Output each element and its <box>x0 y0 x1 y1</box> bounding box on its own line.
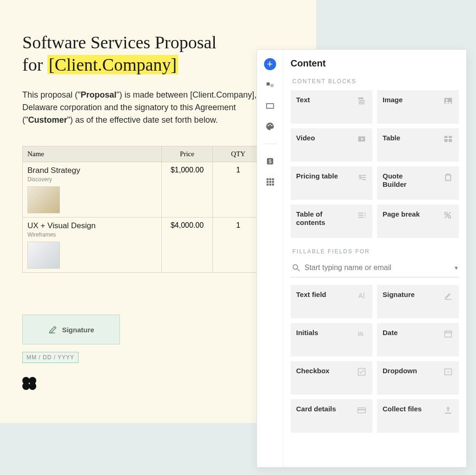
fillable-field-collect-files[interactable]: Collect files <box>377 399 459 433</box>
svg-point-31 <box>364 212 365 213</box>
text-icon <box>357 96 367 106</box>
signature-icon <box>48 324 58 335</box>
block-label: Checkbox <box>296 367 330 375</box>
item-price: $1,000.00 <box>162 162 213 218</box>
table-header-row: Name Price QTY <box>23 146 264 162</box>
content-block-pricing-table[interactable]: Pricing table$ <box>291 166 372 200</box>
brand-logo-icon <box>22 377 39 390</box>
svg-rect-1 <box>270 84 273 87</box>
block-label: Dropdown <box>383 367 417 375</box>
svg-point-37 <box>293 264 298 269</box>
svg-rect-9 <box>269 178 271 180</box>
block-label: Pricing table <box>296 172 338 180</box>
panel-rail: + $ <box>257 50 283 467</box>
item-name: Brand Strategy <box>27 166 157 175</box>
title-merge-token[interactable]: [Client.Company] <box>47 55 178 74</box>
pricing-table[interactable]: Name Price QTY Brand Strategy Discovery … <box>22 146 264 273</box>
signature-icon <box>443 290 453 301</box>
content-block-quote-builder[interactable]: Quote Builder <box>377 166 459 200</box>
svg-rect-11 <box>266 181 268 183</box>
table-row[interactable]: UX + Visual Design Wireframes $4,000.00 … <box>23 218 264 273</box>
block-label: Page break <box>383 210 420 218</box>
fillable-field-date[interactable]: Date <box>377 323 459 356</box>
search-icon <box>291 263 301 272</box>
svg-point-32 <box>364 215 365 216</box>
content-block-video[interactable]: Video <box>291 128 372 162</box>
signature-field[interactable]: Signature <box>22 315 120 344</box>
recipients-icon[interactable] <box>265 80 275 91</box>
content-block-text[interactable]: Text <box>291 90 372 124</box>
document-title: Software Services Proposal for [Client.C… <box>22 32 294 76</box>
variables-icon[interactable] <box>265 101 275 111</box>
block-label: Table of contents <box>296 210 340 227</box>
content-block-table[interactable]: Table <box>377 128 459 162</box>
fillable-fields-grid: Text fieldASignatureInitialsINDateCheckb… <box>291 285 459 433</box>
content-blocks-label: CONTENT BLOCKS <box>292 78 459 85</box>
item-thumbnail <box>27 186 60 213</box>
svg-rect-12 <box>269 181 271 183</box>
content-blocks-grid: TextImageVideoTablePricing table$Quote B… <box>291 90 459 238</box>
svg-rect-50 <box>358 409 366 410</box>
item-sub: Discovery <box>27 176 157 183</box>
col-qty: QTY <box>213 146 264 162</box>
col-price: Price <box>162 146 213 162</box>
table-icon <box>443 134 453 144</box>
document-intro: This proposal ("Proposal") is made betwe… <box>22 89 283 126</box>
svg-rect-27 <box>446 175 451 180</box>
block-label: Text field <box>296 290 326 299</box>
initials-icon: IN <box>357 329 367 339</box>
svg-point-3 <box>267 125 269 126</box>
svg-rect-14 <box>266 184 268 185</box>
svg-text:IN: IN <box>358 331 364 337</box>
content-block-page-break[interactable]: Page break <box>377 205 459 238</box>
title-line2-prefix: for <box>22 55 47 74</box>
svg-point-34 <box>445 212 448 215</box>
block-label: Image <box>383 96 403 104</box>
signature-label: Signature <box>62 326 94 334</box>
svg-point-5 <box>271 125 272 126</box>
svg-rect-16 <box>272 184 274 185</box>
fillable-field-checkbox[interactable]: Checkbox <box>291 361 372 395</box>
dropdown-icon <box>443 367 453 377</box>
add-content-icon[interactable]: + <box>264 58 276 70</box>
content-block-table-of-contents[interactable]: Table of contents <box>291 205 372 238</box>
fillable-field-text-field[interactable]: Text fieldA <box>291 285 372 318</box>
item-qty: 1 <box>213 218 264 273</box>
block-label: Collect files <box>383 405 422 413</box>
svg-rect-13 <box>272 181 274 183</box>
block-label: Text <box>296 96 310 104</box>
svg-rect-15 <box>269 184 271 185</box>
svg-rect-2 <box>266 104 273 108</box>
item-name: UX + Visual Design <box>27 221 157 231</box>
fillable-fields-label: FILLABLE FIELDS FOR <box>292 248 459 255</box>
svg-text:$: $ <box>359 173 362 180</box>
apps-grid-icon[interactable] <box>265 177 275 187</box>
upload-icon <box>443 405 453 415</box>
design-icon[interactable] <box>265 121 275 132</box>
image-icon <box>443 96 453 106</box>
fillable-field-card-details[interactable]: Card details <box>291 399 372 433</box>
recipient-search[interactable]: ▾ <box>291 260 459 277</box>
item-price: $4,000.00 <box>162 218 213 273</box>
content-block-image[interactable]: Image <box>377 90 459 124</box>
date-field[interactable]: MM / DD / YYYY <box>22 352 79 363</box>
recipient-search-input[interactable] <box>304 264 451 272</box>
svg-rect-10 <box>272 178 274 180</box>
pricing-icon[interactable]: $ <box>265 156 275 166</box>
svg-text:A: A <box>358 292 363 299</box>
fillable-field-signature[interactable]: Signature <box>377 285 459 318</box>
pricing-icon: $ <box>357 172 367 182</box>
checkbox-icon <box>357 367 367 377</box>
block-label: Signature <box>383 290 415 299</box>
panel-title: Content <box>291 58 459 69</box>
block-label: Video <box>296 134 315 142</box>
col-name: Name <box>23 146 162 162</box>
pagebreak-icon <box>443 210 453 220</box>
fillable-field-initials[interactable]: InitialsIN <box>291 323 372 356</box>
block-label: Card details <box>296 405 336 413</box>
block-label: Date <box>383 329 398 337</box>
table-row[interactable]: Brand Strategy Discovery $1,000.00 1 <box>23 162 264 218</box>
fillable-field-dropdown[interactable]: Dropdown <box>377 361 459 395</box>
chevron-down-icon[interactable]: ▾ <box>455 264 458 271</box>
svg-point-4 <box>269 124 271 125</box>
